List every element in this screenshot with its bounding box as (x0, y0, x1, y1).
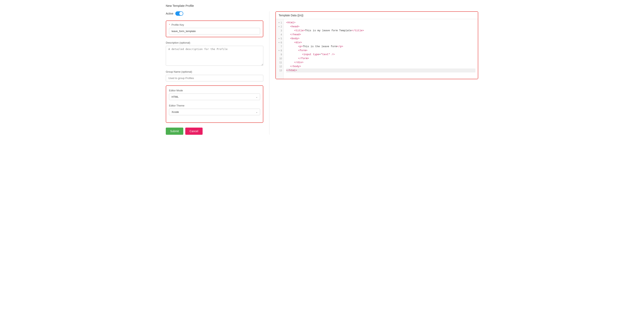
editor-mode-label: Editor Mode (169, 89, 260, 92)
right-panel: Template Data {{m}} ▼ 1 ▼ 2 3 4 (272, 11, 478, 79)
code-content[interactable]: <html> <head> <title>This is my leave fo… (284, 19, 478, 79)
main-layout: Active * Profile Key Description (option… (166, 11, 478, 135)
page-title: New Template Profile (166, 4, 478, 7)
line-num-2: ▼ 2 (276, 25, 284, 29)
editor-theme-label: Editor Theme (169, 104, 260, 107)
code-line-4: </head> (286, 33, 476, 36)
code-line-9: <input type="text" /> (286, 52, 476, 56)
page-container: New Template Profile Active * Profile Ke… (161, 0, 483, 139)
code-line-6: <div> (286, 40, 476, 44)
editor-theme-select-wrapper: Xcode Monokai GitHub VS Dark ⌄ (169, 109, 260, 115)
fold-arrow-8: ▼ (278, 48, 280, 52)
code-editor-header: Template Data {{m}} (276, 12, 478, 19)
fold-arrow-2: ▼ (278, 25, 280, 29)
group-name-input[interactable] (166, 75, 263, 82)
editor-mode-select-wrapper: HTML CSS JavaScript Plain Text ⌄ (169, 94, 260, 100)
line-num-13: 13 (276, 68, 284, 72)
active-toggle[interactable] (175, 11, 183, 16)
code-editor-container: Template Data {{m}} ▼ 1 ▼ 2 3 4 (276, 11, 478, 79)
actions-row: Submit Cancel (166, 128, 263, 135)
description-section: Description (optional) (166, 41, 263, 66)
profile-key-label: * Profile Key (169, 23, 260, 26)
line-num-10: 10 (276, 56, 284, 60)
active-label: Active (166, 12, 173, 15)
code-line-13: </html> (286, 68, 476, 72)
code-line-8: <form> (286, 48, 476, 52)
editor-mode-select[interactable]: HTML CSS JavaScript Plain Text (169, 94, 260, 100)
code-line-10: </form> (286, 56, 476, 60)
editor-theme-select[interactable]: Xcode Monokai GitHub VS Dark (169, 109, 260, 115)
fold-arrow-6: ▼ (278, 40, 280, 44)
description-label: Description (optional) (166, 41, 263, 44)
profile-key-input[interactable] (169, 28, 260, 34)
group-name-section: Group Name (optional) (166, 70, 263, 82)
fold-arrow-1: ▼ (278, 21, 280, 25)
line-num-12: 12 (276, 64, 284, 68)
code-line-2: <head> (286, 25, 476, 29)
required-star: * (169, 23, 170, 26)
line-num-1: ▼ 1 (276, 21, 284, 25)
group-name-label: Group Name (optional) (166, 70, 263, 73)
line-num-5: ▼ 5 (276, 36, 284, 40)
editor-settings-section: Editor Mode HTML CSS JavaScript Plain Te… (166, 86, 263, 123)
line-num-3: 3 (276, 29, 284, 33)
code-line-5: <body> (286, 36, 476, 40)
submit-button[interactable]: Submit (166, 128, 183, 135)
vertical-divider (269, 11, 270, 135)
code-line-11: </div> (286, 60, 476, 64)
code-line-7: <p>This is the leave form</p> (286, 44, 476, 48)
line-num-9: 9 (276, 52, 284, 56)
line-numbers-gutter: ▼ 1 ▼ 2 3 4 ▼ 5 (276, 19, 284, 79)
fold-arrow-5: ▼ (278, 36, 280, 40)
code-line-3: <title>This is my leave form Template</t… (286, 29, 476, 33)
editor-mode-group: Editor Mode HTML CSS JavaScript Plain Te… (169, 89, 260, 100)
editor-theme-group: Editor Theme Xcode Monokai GitHub VS Dar… (169, 104, 260, 115)
profile-key-section: * Profile Key (166, 20, 263, 37)
code-editor-body: ▼ 1 ▼ 2 3 4 ▼ 5 (276, 19, 478, 79)
line-num-8: ▼ 8 (276, 48, 284, 52)
description-textarea[interactable] (166, 46, 263, 66)
line-num-4: 4 (276, 33, 284, 36)
cancel-button[interactable]: Cancel (185, 128, 203, 135)
active-row: Active (166, 11, 263, 16)
line-num-11: 11 (276, 60, 284, 64)
code-line-1: <html> (286, 21, 476, 25)
line-num-7: 7 (276, 44, 284, 48)
code-line-12: </body> (286, 64, 476, 68)
left-panel: Active * Profile Key Description (option… (166, 11, 267, 135)
line-num-6: ▼ 6 (276, 40, 284, 44)
